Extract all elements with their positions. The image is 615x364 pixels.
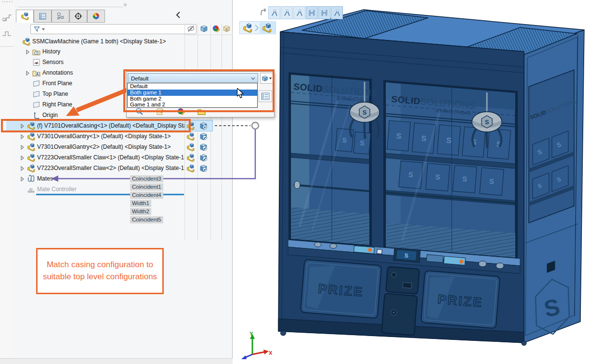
tree-item-gantry2[interactable]: V7301OverallGantry<2> (Default) <Display…: [27, 142, 184, 152]
tab-displaymanager[interactable]: [87, 10, 105, 23]
origin-icon: [32, 111, 40, 119]
mate-label: Coincident5: [130, 216, 163, 223]
structure-icon[interactable]: [2, 12, 13, 22]
chevron-right-icon: [254, 24, 259, 32]
gantry2-row-icons[interactable]: [186, 143, 208, 151]
popup-highlight-rectangle: [123, 69, 275, 112]
claw2-row-icons[interactable]: [186, 164, 208, 172]
annotation-note: Match casing configuration to suitable t…: [36, 248, 164, 294]
mate-angle-button-4[interactable]: [331, 6, 343, 19]
tree-item-claw2[interactable]: V7223OverallSmaller Claw<2> (Default) <D…: [27, 163, 184, 173]
mate-label: Width2: [130, 208, 151, 215]
svg-text:S: S: [360, 139, 365, 147]
plane-icon: [32, 101, 40, 109]
plane-icon: [32, 79, 40, 88]
mates-paperclip-icon: [27, 175, 35, 183]
tab-configurationmanager[interactable]: [52, 10, 69, 23]
mate-label: Coincident1: [130, 183, 163, 191]
panel-bottom-strip: [0, 358, 233, 364]
display-mode-column-icon[interactable]: [200, 25, 208, 33]
assembly-icon: [27, 164, 35, 172]
tree-item-mates[interactable]: Mates: [27, 173, 123, 184]
svg-text:S: S: [435, 173, 440, 182]
propertymanager-icon: [39, 12, 47, 20]
tree-root-label: SSMClawMachine (Game 1 both) <Display St…: [32, 38, 166, 45]
prize-door-left: PRIZE: [301, 260, 381, 318]
branch-arrow-icon[interactable]: [260, 8, 268, 16]
assembly-icon: [27, 132, 35, 141]
assembly-icon: [27, 154, 35, 162]
resolved-cube-icon: [199, 164, 208, 172]
expand-arrow[interactable]: [21, 134, 24, 139]
svg-text:S: S: [404, 252, 408, 260]
sensors-icon: [32, 58, 40, 66]
tree-item-history[interactable]: History: [32, 46, 196, 57]
hide-show-column-icon[interactable]: [187, 25, 195, 33]
expand-arrow[interactable]: [26, 50, 29, 54]
mate-label: Coincident4: [130, 192, 163, 199]
display-state-cube-icon: [199, 122, 208, 130]
displaymanager-icon: [92, 12, 100, 20]
step-icon[interactable]: [1, 28, 12, 39]
expand-arrow[interactable]: [21, 177, 24, 182]
resolved-cube-icon: [199, 132, 208, 141]
configurationmanager-icon: [56, 12, 65, 20]
appearance-column-icon[interactable]: [212, 25, 220, 33]
gantry1-row-icons[interactable]: [186, 132, 208, 141]
filter-icon: [33, 26, 40, 33]
left-edge-strip: [0, 0, 14, 364]
svg-text:S: S: [489, 177, 494, 186]
expand-arrow[interactable]: [21, 156, 24, 160]
expand-arrow[interactable]: [21, 145, 24, 150]
svg-text:S: S: [462, 175, 467, 183]
transparency-column-icon[interactable]: [222, 25, 231, 33]
svg-text:S: S: [408, 170, 413, 179]
coin-door: [381, 266, 419, 335]
mate-width-button-1[interactable]: [306, 6, 318, 19]
casing-row-highlight-rectangle: [1, 119, 191, 132]
tab-dimxpert[interactable]: [69, 10, 87, 23]
tree-item-gantry1[interactable]: V7301OverallGantry<1> (Default) <Display…: [27, 131, 184, 142]
mate-angle-button-1[interactable]: [268, 6, 280, 19]
assembly-icon[interactable]: [243, 23, 252, 33]
splitter-dot-icon[interactable]: [123, 3, 127, 7]
tree-root[interactable]: SSMClawMachine (Game 1 both) <Display St…: [22, 36, 229, 47]
annotations-folder-icon: [32, 69, 40, 77]
assembly-icon: [186, 154, 195, 162]
filter-input[interactable]: [30, 24, 196, 34]
history-folder-icon: [32, 48, 40, 56]
mate-label: Width1: [130, 200, 151, 207]
collapse-panel-icon[interactable]: [175, 11, 182, 19]
plane-icon: [32, 90, 40, 98]
tab-propertymanager[interactable]: [34, 10, 52, 23]
assembly-icon: [22, 38, 30, 46]
machine-front: SOLIDSOLUTIONS A TriMech Company SOLIDSO…: [278, 32, 526, 346]
dimxpert-icon: [74, 12, 82, 20]
svg-text:S: S: [396, 132, 402, 141]
mate-width-button-2[interactable]: [318, 6, 330, 19]
prize-door-right: PRIZE: [421, 271, 500, 328]
assembly-icon: [27, 143, 35, 151]
assembly-icon: [186, 164, 195, 172]
selection-breadcrumb[interactable]: [239, 21, 276, 34]
assembly-icon: [186, 143, 195, 151]
claw1-row-icons[interactable]: [186, 154, 208, 162]
resolved-cube-icon: [199, 143, 208, 151]
mate-label: Coincident3: [130, 175, 163, 182]
assembly-icon[interactable]: [262, 23, 272, 33]
resolved-cube-icon: [199, 154, 208, 162]
expand-arrow[interactable]: [21, 166, 24, 171]
mouse-cursor: [236, 88, 245, 99]
featuremanager-panel: SSMClawMachine (Game 1 both) <Display St…: [14, 0, 233, 364]
mate-angle-button-3[interactable]: [293, 6, 305, 19]
mate-angle-button-2[interactable]: [281, 6, 293, 19]
expand-arrow[interactable]: [26, 71, 29, 76]
machine-side-panel: SOLIDSOLUTIONS S S S S S: [524, 30, 584, 343]
center-screen: S: [393, 248, 420, 262]
tree-item-mate-controller[interactable]: Mate Controller: [27, 184, 123, 195]
tree-item-claw1[interactable]: V7223OverallSmaller Claw<1> (Default) <D…: [27, 152, 184, 163]
tree-item-sensors[interactable]: Sensors: [32, 57, 196, 67]
mate-controller-icon: [27, 185, 35, 194]
assembly-icon: [21, 12, 29, 20]
tab-featuremanager[interactable]: [16, 10, 34, 23]
